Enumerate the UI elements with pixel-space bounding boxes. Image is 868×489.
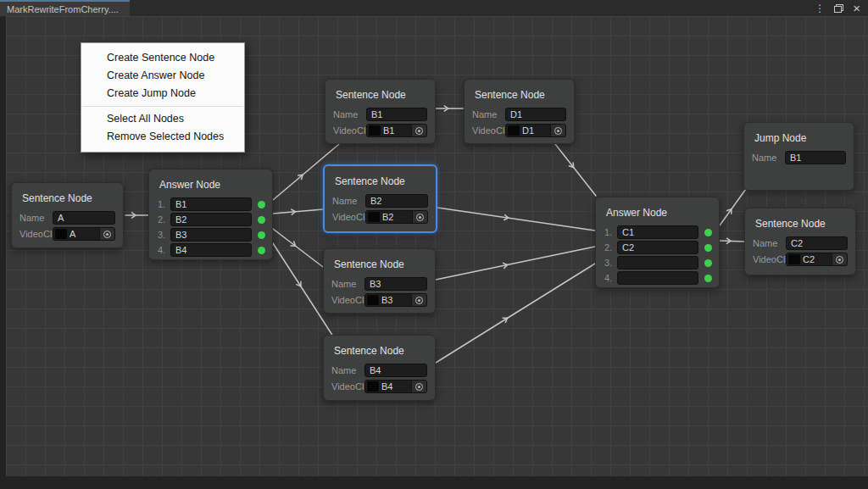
videoclip-object-field[interactable]: B3 <box>364 293 427 307</box>
edge-connection[interactable] <box>273 209 323 214</box>
object-picker-button[interactable] <box>412 211 427 223</box>
edge-connection[interactable] <box>273 229 323 267</box>
object-picker-button[interactable] <box>411 294 426 306</box>
node-sentence-d1[interactable]: Sentence Node Name D1 VideoClip D1 <box>464 79 575 144</box>
answer-input[interactable]: C1 <box>617 225 698 239</box>
close-icon[interactable]: × <box>853 2 860 14</box>
output-port[interactable] <box>704 229 712 236</box>
object-picker-button[interactable] <box>411 381 426 392</box>
object-picker-icon <box>103 231 111 238</box>
node-sentence-b3[interactable]: Sentence Node Name B3 VideoClip B3 <box>323 248 436 314</box>
name-label: Name <box>332 196 365 206</box>
answer-input[interactable]: B1 <box>170 197 252 211</box>
edge-connection[interactable] <box>720 189 746 225</box>
videoclip-label: VideoClip <box>332 212 365 222</box>
edge-connection[interactable] <box>436 264 595 363</box>
answer-index: 4. <box>604 273 617 283</box>
edge-connection[interactable] <box>437 208 595 231</box>
object-picker-button[interactable] <box>411 125 426 136</box>
node-title: Sentence Node <box>475 89 567 101</box>
name-input[interactable]: B4 <box>364 364 427 377</box>
edge-connection[interactable] <box>720 238 744 243</box>
videoclip-label: VideoClip <box>472 125 505 136</box>
menu-item-select-all-nodes[interactable]: Select All Nodes <box>81 110 244 128</box>
videoclip-object-field[interactable]: B2 <box>365 210 428 224</box>
clip-thumbnail-icon <box>368 212 380 222</box>
object-picker-button[interactable] <box>99 228 114 240</box>
clip-thumbnail-icon <box>55 229 67 239</box>
name-input[interactable]: A <box>53 211 115 225</box>
answer-input[interactable]: B2 <box>170 213 252 226</box>
name-input[interactable]: B2 <box>365 194 428 208</box>
answer-index: 2. <box>157 214 170 225</box>
tab-graph[interactable]: MarkRewriteFromCherry.... <box>0 0 130 16</box>
videoclip-label: VideoClip <box>333 125 366 136</box>
node-sentence-b2[interactable]: Sentence Node Name B2 VideoClip B2 <box>323 164 437 233</box>
tab-title: MarkRewriteFromCherry.... <box>7 4 119 14</box>
output-port[interactable] <box>704 275 712 282</box>
answer-input[interactable]: C2 <box>617 241 698 254</box>
name-input[interactable]: B1 <box>366 108 427 121</box>
node-sentence-b4[interactable]: Sentence Node Name B4 VideoClip B4 <box>323 335 436 401</box>
clip-thumbnail-icon <box>788 254 800 264</box>
name-input[interactable]: B3 <box>364 277 427 291</box>
videoclip-label: VideoClip <box>19 229 53 239</box>
edge-connection[interactable] <box>555 144 596 196</box>
videoclip-object-field[interactable]: C2 <box>786 253 848 266</box>
clip-thumbnail-icon <box>367 295 379 305</box>
videoclip-label: VideoClip <box>331 381 364 392</box>
object-picker-button[interactable] <box>550 125 565 136</box>
node-sentence-a[interactable]: Sentence Node Name A VideoClip A <box>11 182 124 248</box>
maximize-icon[interactable] <box>834 4 843 13</box>
answer-input[interactable] <box>617 271 698 285</box>
object-picker-icon <box>415 297 423 304</box>
output-port[interactable] <box>258 247 265 254</box>
node-title: Jump Node <box>754 132 847 144</box>
output-port[interactable] <box>258 231 265 239</box>
clip-thumbnail-icon <box>367 381 379 392</box>
node-answer-c[interactable]: Answer Node 1. C1 2. C2 3. 4. <box>595 197 720 288</box>
edge-connection[interactable] <box>436 247 595 280</box>
menu-item-create-jump-node[interactable]: Create Jump Node <box>81 85 244 103</box>
answer-index: 3. <box>604 258 617 268</box>
menu-item-create-answer-node[interactable]: Create Answer Node <box>81 67 244 85</box>
node-title: Sentence Node <box>22 192 116 204</box>
answer-input[interactable]: B4 <box>170 243 252 257</box>
object-picker-button[interactable] <box>832 253 847 265</box>
node-jump-b1[interactable]: Jump Node Name B1 <box>743 122 854 191</box>
output-port[interactable] <box>258 216 265 224</box>
object-picker-icon <box>416 214 424 221</box>
videoclip-object-field[interactable]: D1 <box>505 124 566 137</box>
edge-connection[interactable] <box>436 106 464 111</box>
name-label: Name <box>331 365 364 375</box>
editor-window: MarkRewriteFromCherry.... ⋮ × Sentence N… <box>0 0 868 489</box>
name-input[interactable]: C2 <box>786 236 848 250</box>
name-label: Name <box>333 109 366 119</box>
videoclip-object-field[interactable]: B1 <box>366 124 427 137</box>
node-title: Sentence Node <box>334 345 428 357</box>
name-input[interactable]: D1 <box>505 108 566 121</box>
node-title: Sentence Node <box>336 89 428 101</box>
node-sentence-b1[interactable]: Sentence Node Name B1 VideoClip B1 <box>325 79 436 144</box>
output-port[interactable] <box>258 201 265 208</box>
node-sentence-c2[interactable]: Sentence Node Name C2 VideoClip C2 <box>744 208 856 275</box>
menu-separator <box>83 106 242 107</box>
videoclip-object-field[interactable]: A <box>53 227 115 241</box>
tab-bar: MarkRewriteFromCherry.... ⋮ × <box>0 0 868 16</box>
window-controls: ⋮ × <box>815 0 868 16</box>
menu-item-remove-selected-nodes[interactable]: Remove Selected Nodes <box>81 128 244 146</box>
menu-item-create-sentence-node[interactable]: Create Sentence Node <box>81 49 244 67</box>
node-title: Answer Node <box>159 179 265 191</box>
edge-connection[interactable] <box>125 213 148 218</box>
kebab-menu-icon[interactable]: ⋮ <box>815 3 825 14</box>
answer-input[interactable]: B3 <box>170 228 252 242</box>
output-port[interactable] <box>704 259 712 267</box>
node-answer-b[interactable]: Answer Node 1. B1 2. B2 3. B3 4. B4 <box>148 169 273 260</box>
name-label: Name <box>752 153 785 163</box>
output-port[interactable] <box>704 244 712 252</box>
answer-index: 4. <box>157 245 170 255</box>
jump-name-input[interactable]: B1 <box>785 151 846 164</box>
answer-input[interactable] <box>617 256 698 270</box>
videoclip-object-field[interactable]: B4 <box>364 380 427 393</box>
name-label: Name <box>753 238 786 248</box>
